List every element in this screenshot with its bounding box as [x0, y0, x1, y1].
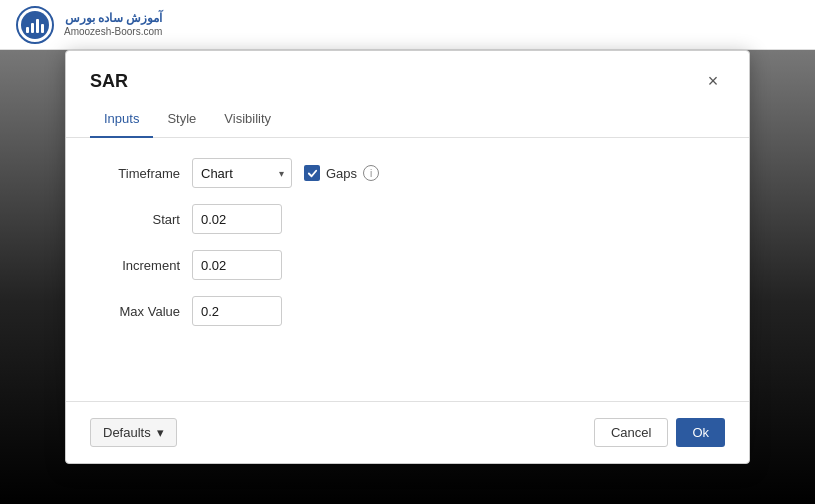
header-bar: آموزش ساده بورس Amoozesh-Boors.com — [0, 0, 815, 50]
dialog-title: SAR — [90, 71, 128, 92]
cancel-button[interactable]: Cancel — [594, 418, 668, 447]
close-button[interactable]: × — [701, 69, 725, 93]
dialog-body: Timeframe Chart 1m 5m 15m 1h 4h 1D ▾ — [66, 138, 749, 397]
tab-visibility[interactable]: Visibility — [210, 103, 285, 138]
dialog-footer: Defaults ▾ Cancel Ok — [66, 406, 749, 463]
chevron-down-icon: ▾ — [157, 425, 164, 440]
footer-actions: Cancel Ok — [594, 418, 725, 447]
timeframe-select-wrapper: Chart 1m 5m 15m 1h 4h 1D ▾ — [192, 158, 292, 188]
start-label: Start — [90, 212, 180, 227]
ok-button[interactable]: Ok — [676, 418, 725, 447]
start-row: Start — [90, 204, 725, 234]
dialog: SAR × Inputs Style Visibility Timeframe … — [65, 50, 750, 464]
defaults-button[interactable]: Defaults ▾ — [90, 418, 177, 447]
tab-style[interactable]: Style — [153, 103, 210, 138]
site-name: آموزش ساده بورس Amoozesh-Boors.com — [64, 11, 162, 37]
gaps-checkbox[interactable] — [304, 165, 320, 181]
tab-inputs[interactable]: Inputs — [90, 103, 153, 138]
increment-input[interactable] — [192, 250, 282, 280]
start-input[interactable] — [192, 204, 282, 234]
max-value-label: Max Value — [90, 304, 180, 319]
site-name-en: Amoozesh-Boors.com — [64, 26, 162, 38]
timeframe-row: Timeframe Chart 1m 5m 15m 1h 4h 1D ▾ — [90, 158, 725, 188]
gaps-row: Gaps i — [304, 165, 379, 181]
dialog-header: SAR × — [66, 51, 749, 103]
info-icon[interactable]: i — [363, 165, 379, 181]
footer-divider — [66, 401, 749, 402]
gaps-label: Gaps — [326, 166, 357, 181]
logo — [16, 6, 54, 44]
timeframe-select[interactable]: Chart 1m 5m 15m 1h 4h 1D — [192, 158, 292, 188]
max-value-row: Max Value — [90, 296, 725, 326]
dialog-tabs: Inputs Style Visibility — [66, 103, 749, 138]
site-name-fa: آموزش ساده بورس — [64, 11, 162, 25]
max-value-input[interactable] — [192, 296, 282, 326]
increment-row: Increment — [90, 250, 725, 280]
timeframe-label: Timeframe — [90, 166, 180, 181]
increment-label: Increment — [90, 258, 180, 273]
